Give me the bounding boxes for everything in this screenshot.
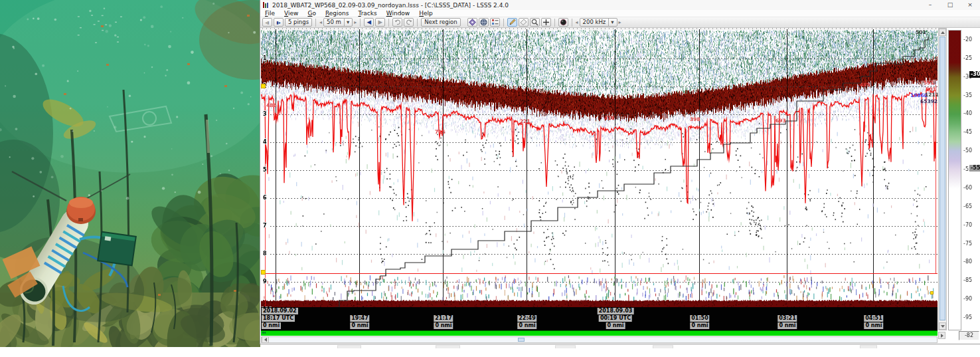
range-value: 50 m	[327, 19, 341, 26]
track-id-label: 221	[520, 118, 531, 124]
redo-button[interactable]	[404, 18, 414, 27]
zoom-button[interactable]	[530, 18, 540, 27]
underwater-photo	[0, 0, 260, 347]
menu-go[interactable]: Go	[303, 10, 321, 17]
track-id-label: 485	[860, 82, 870, 88]
track-id-label: 65392	[920, 98, 938, 104]
freq-next-arrow[interactable]: ▸	[619, 19, 621, 25]
menu-help[interactable]: Help	[414, 10, 438, 17]
undo-button[interactable]	[392, 18, 402, 27]
frequency-dropdown-icon[interactable]: ▾	[608, 19, 613, 26]
menu-window[interactable]: Window	[382, 10, 415, 17]
colorbar-tick-label: -85	[963, 277, 972, 283]
colorbar-tick-label: -80	[963, 259, 972, 265]
window-title: 2018_WBAT2_WP568_02.09-03.09_nordoyan.ls…	[272, 2, 509, 9]
distance-label: 0 nmi	[777, 322, 797, 329]
date-label: 2018.09.02	[262, 308, 298, 314]
time-label: 04:51	[864, 315, 883, 322]
track-id-label: 398	[690, 116, 700, 122]
menu-tracks[interactable]: Tracks	[353, 10, 381, 17]
close-button[interactable]: ×	[960, 0, 980, 10]
ping-step-forward-button[interactable]: ▮▸	[274, 18, 284, 27]
redo-icon	[406, 19, 412, 25]
echogram[interactable]: 12345678910 4867152214183986934855015915…	[261, 28, 938, 307]
track-id-label: 486	[266, 102, 277, 108]
tool-bar: ◂▮ ▮▸ 5 pings ◂ 50 m ▾ ▸ ◀ ▶ Next region	[260, 17, 980, 28]
draw-region-button[interactable]	[507, 18, 517, 27]
plus-icon	[542, 19, 550, 26]
frequency-select[interactable]: 200 kHz ▾	[580, 18, 617, 27]
time-tick-group: 19:470 nmi	[350, 314, 369, 329]
menu-file[interactable]: File	[260, 10, 280, 17]
region-compass-button[interactable]	[467, 18, 477, 27]
layers-button[interactable]	[490, 18, 500, 27]
ping-step-back-button[interactable]: ◂▮	[262, 18, 272, 27]
time-label: 19:47	[350, 315, 369, 322]
background-window-fragment	[860, 345, 877, 348]
time-tick-group: 22:490 nmi	[517, 314, 536, 329]
frequency-value: 200 kHz	[583, 19, 606, 26]
title-bar: 2018_WBAT2_WP568_02.09-03.09_nordoyan.ls…	[260, 0, 980, 10]
range-dropdown-icon[interactable]: ▾	[344, 19, 349, 26]
maximize-button[interactable]: □	[940, 0, 960, 10]
nav-back-button[interactable]: ◀	[364, 18, 374, 27]
erase-button[interactable]	[519, 18, 529, 27]
distance-label: 0 nmi	[262, 322, 281, 329]
scroll-right-icon	[941, 334, 943, 338]
colorbar-lower-threshold[interactable]: -55	[969, 165, 980, 172]
horizontal-scrollbar[interactable]	[261, 336, 938, 343]
distance-label: 0 nmi	[517, 322, 536, 329]
colorbar-tick-label: -45	[963, 129, 972, 135]
scroll-down-button[interactable]	[939, 322, 946, 330]
depth-tick-label: 7	[263, 223, 267, 229]
colorbar-tick-label: -20	[963, 37, 972, 43]
time-tick-group: 01:500 nmi	[690, 314, 709, 329]
time-label: 01:50	[690, 315, 709, 322]
menu-regions[interactable]: Regions	[321, 10, 354, 17]
scroll-left-button[interactable]	[262, 336, 269, 343]
menu-view[interactable]: View	[280, 10, 303, 17]
time-tick-group: 04:510 nmi	[864, 314, 883, 329]
colorbar-tick-label: -40	[963, 110, 972, 116]
range-next-arrow[interactable]: ▸	[354, 19, 357, 25]
scroll-up-button[interactable]	[939, 29, 946, 36]
range-select[interactable]: 50 m ▾	[323, 18, 353, 27]
globe-button[interactable]	[479, 18, 489, 27]
distance-label: 0 nmi	[434, 322, 453, 329]
time-scroll-arrows-icon[interactable]: ◂◂	[262, 330, 266, 335]
sphere-button[interactable]	[558, 18, 568, 27]
scroll-up-icon	[941, 31, 945, 34]
echogram-canvas[interactable]	[261, 28, 938, 307]
freq-prev-arrow[interactable]: ◂	[576, 19, 578, 25]
track-id-label: 715	[435, 129, 446, 135]
pings-count-button[interactable]: 5 pings	[285, 18, 312, 27]
distance-label: 0 nmi	[606, 322, 625, 329]
vertical-scroll-thumb[interactable]	[939, 37, 945, 320]
range-prev-arrow[interactable]: ◂	[319, 19, 322, 25]
minimize-button[interactable]: –	[920, 0, 940, 10]
time-label: 03:21	[777, 315, 797, 322]
colorbar-tick-label: -60	[963, 185, 972, 191]
colorbar-upper-threshold[interactable]: -30	[969, 71, 980, 78]
yellow-marker-top	[261, 84, 266, 88]
vertical-scrollbar[interactable]	[938, 28, 947, 330]
add-button[interactable]	[541, 18, 551, 27]
nav-forward-button[interactable]: ▶	[375, 18, 385, 27]
background-window-fragment	[555, 345, 576, 348]
depth-tick-label: 8	[263, 251, 267, 257]
layers-list-icon	[491, 19, 499, 26]
track-id-label: 591	[924, 80, 934, 86]
scroll-right-button[interactable]	[938, 332, 945, 339]
yellow-marker-right	[930, 291, 934, 295]
eraser-icon	[520, 19, 527, 26]
date-label: 2018.09.03	[598, 308, 634, 314]
distance-label: 0 nmi	[864, 322, 883, 329]
colorbar-tick-label: -95	[963, 314, 972, 320]
screenshot-root: 2018_WBAT2_WP568_02.09-03.09_nordoyan.ls…	[0, 0, 980, 357]
time-label: 00:19 UTC	[599, 315, 632, 322]
next-region-button[interactable]: Next region	[421, 18, 460, 27]
time-label: 22:49	[517, 315, 536, 322]
horizontal-scroll-thumb[interactable]	[518, 338, 525, 342]
time-tick-group: 2018.09.0300:19 UTC0 nmi	[598, 307, 634, 329]
track-id-label: 1211	[925, 92, 939, 98]
